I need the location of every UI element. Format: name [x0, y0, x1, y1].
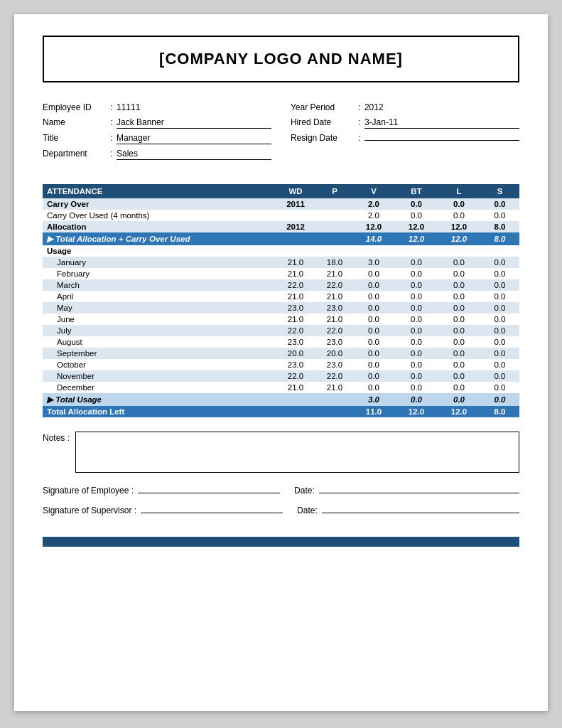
sig-employee-line [138, 493, 280, 493]
company-logo-text: [COMPANY LOGO AND NAME] [159, 50, 403, 68]
table-row: April21.021.00.00.00.00.0 [43, 291, 519, 302]
employee-dept-row: Department : Sales [43, 149, 271, 160]
notes-box[interactable] [75, 432, 519, 473]
table-row: Carry Over Used (4 months)2.00.00.00.0 [43, 210, 519, 221]
table-row: August23.023.00.00.00.00.0 [43, 336, 519, 348]
sig-supervisor-date-line [322, 513, 519, 513]
colon-6: : [355, 117, 364, 127]
employee-id-row: Employee ID : 11111 [43, 102, 271, 113]
col-header-wd: WD [274, 184, 317, 198]
colon-7: : [355, 133, 364, 143]
table-row: February21.021.00.00.00.00.0 [43, 268, 519, 279]
sig-employee-label: Signature of Employee : [43, 486, 134, 496]
table-row: May23.023.00.00.00.00.0 [43, 302, 519, 314]
hired-date-value: 3-Jan-11 [364, 117, 519, 129]
table-row: March22.022.00.00.00.00.0 [43, 279, 519, 291]
table-row: ▶ Total Usage3.00.00.00.0 [43, 393, 519, 406]
employee-id-label: Employee ID [43, 102, 107, 112]
table-row: Allocation201212.012.012.08.0 [43, 221, 519, 232]
employee-title-label: Title [43, 133, 107, 143]
sig-supervisor-date-label: Date: [297, 505, 318, 515]
table-row: June21.021.00.00.00.00.0 [43, 314, 519, 325]
year-period-label: Year Period [291, 102, 355, 112]
employee-name-label: Name [43, 117, 107, 127]
sig-employee-row: Signature of Employee : Date: [43, 486, 519, 496]
table-header-row: ATTENDANCE WD P V BT L S [43, 184, 519, 198]
resign-date-value [364, 139, 519, 141]
sig-supervisor-label: Signature of Supervisor : [43, 505, 136, 515]
col-header-attendance: ATTENDANCE [43, 184, 274, 198]
footer-bar [43, 537, 519, 547]
sig-employee-date-line [319, 493, 519, 493]
page: [COMPANY LOGO AND NAME] Employee ID : 11… [14, 14, 548, 711]
attendance-table: ATTENDANCE WD P V BT L S Carry Over20112… [43, 184, 519, 417]
colon-4: : [107, 149, 117, 159]
info-col-right: Year Period : 2012 Hired Date : 3-Jan-11… [291, 102, 519, 164]
table-row: January21.018.03.00.00.00.0 [43, 257, 519, 268]
info-col-left: Employee ID : 11111 Name : Jack Banner T… [43, 102, 271, 164]
employee-title-row: Title : Manager [43, 133, 271, 144]
colon-5: : [355, 102, 364, 112]
sig-supervisor-line [141, 513, 283, 513]
company-logo: [COMPANY LOGO AND NAME] [43, 36, 519, 82]
table-row: December21.021.00.00.00.00.0 [43, 382, 519, 393]
table-row: November22.022.00.00.00.00.0 [43, 370, 519, 382]
usage-header-row: Usage [43, 245, 519, 257]
colon-1: : [107, 102, 117, 112]
year-period-value: 2012 [364, 102, 519, 113]
table-row: Total Allocation Left11.012.012.08.0 [43, 406, 519, 417]
resign-date-label: Resign Date [291, 133, 355, 143]
employee-dept-label: Department [43, 149, 107, 159]
hired-date-label: Hired Date [291, 117, 355, 127]
sig-employee-date-label: Date: [294, 486, 315, 496]
sig-section: Signature of Employee : Date: Signature … [43, 486, 519, 515]
col-header-l: L [438, 184, 480, 198]
colon-3: : [107, 133, 117, 143]
col-header-bt: BT [395, 184, 438, 198]
notes-label: Notes : [43, 432, 70, 443]
info-section: Employee ID : 11111 Name : Jack Banner T… [43, 102, 519, 164]
table-row: September20.020.00.00.00.00.0 [43, 348, 519, 359]
colon-2: : [107, 117, 117, 127]
table-row: Carry Over20112.00.00.00.0 [43, 198, 519, 210]
resign-date-row: Resign Date : [291, 133, 519, 143]
col-header-p: P [317, 184, 352, 198]
col-header-v: V [352, 184, 395, 198]
employee-name-value: Jack Banner [117, 117, 271, 129]
col-header-s: S [480, 184, 519, 198]
employee-title-value: Manager [117, 133, 271, 144]
hired-date-row: Hired Date : 3-Jan-11 [291, 117, 519, 129]
employee-name-row: Name : Jack Banner [43, 117, 271, 129]
employee-dept-value: Sales [117, 149, 271, 160]
table-row: July22.022.00.00.00.00.0 [43, 325, 519, 336]
year-period-row: Year Period : 2012 [291, 102, 519, 113]
employee-id-value: 11111 [117, 102, 271, 113]
table-row: ▶ Total Allocation + Carry Over Used14.0… [43, 232, 519, 245]
table-row: October23.023.00.00.00.00.0 [43, 359, 519, 370]
notes-section: Notes : [43, 432, 519, 473]
sig-supervisor-row: Signature of Supervisor : Date: [43, 505, 519, 515]
